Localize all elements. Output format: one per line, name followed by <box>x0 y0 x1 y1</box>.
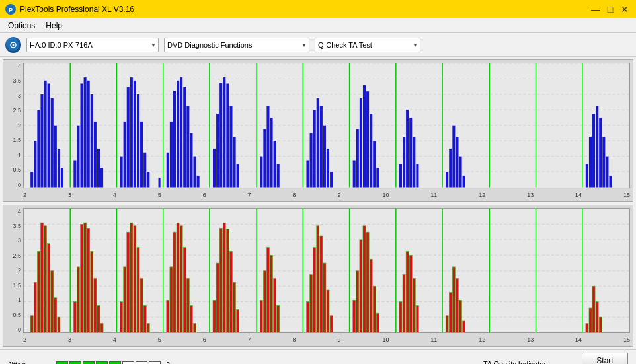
svg-rect-108 <box>413 137 415 187</box>
svg-rect-27 <box>30 172 33 187</box>
jitter-seg-8 <box>149 361 161 365</box>
drive-select-wrapper[interactable]: HA:0 ID:0 PX-716A <box>26 38 159 52</box>
svg-rect-120 <box>586 164 588 187</box>
svg-rect-76 <box>233 137 236 187</box>
menu-options[interactable]: Options <box>3 20 40 32</box>
ta-quality-label: TA Quality Indicator: <box>483 360 548 365</box>
titlebar-left: P PlexTools Professional XL V3.16 <box>5 4 134 15</box>
svg-rect-216 <box>360 239 362 332</box>
left-controls: Jitter: 3 Peak Shift: <box>8 361 450 365</box>
svg-rect-233 <box>456 278 458 332</box>
svg-rect-171 <box>127 232 130 332</box>
svg-rect-66 <box>190 133 192 187</box>
svg-rect-167 <box>100 323 103 332</box>
svg-rect-225 <box>406 251 409 332</box>
svg-rect-67 <box>193 157 196 188</box>
svg-rect-218 <box>366 232 369 332</box>
svg-rect-206 <box>310 274 313 332</box>
svg-rect-164 <box>91 251 93 332</box>
svg-rect-29 <box>37 110 40 187</box>
svg-rect-174 <box>137 247 139 332</box>
svg-rect-241 <box>592 286 595 332</box>
svg-rect-36 <box>61 168 63 187</box>
jitter-value: 3 <box>166 361 170 365</box>
svg-rect-228 <box>416 305 418 332</box>
svg-rect-209 <box>320 236 323 332</box>
svg-rect-68 <box>197 176 200 188</box>
jitter-seg-6 <box>122 361 134 365</box>
top-chart-y-axis: 4 3.5 3 2.5 2 1.5 1 0.5 0 <box>3 63 23 188</box>
svg-rect-149 <box>30 315 33 332</box>
top-chart-panel: 4 3.5 3 2.5 2 1.5 1 0.5 0 <box>3 59 633 202</box>
jitter-label: Jitter: <box>8 361 51 365</box>
start-button[interactable]: Start <box>582 353 628 365</box>
drive-select[interactable]: HA:0 ID:0 PX-716A <box>26 38 159 52</box>
svg-rect-203 <box>277 305 280 332</box>
toolbar-app-icon <box>5 37 21 53</box>
svg-rect-200 <box>266 247 269 332</box>
svg-rect-39 <box>77 126 79 188</box>
svg-rect-169 <box>120 301 123 332</box>
svg-rect-32 <box>48 83 50 187</box>
svg-rect-35 <box>58 149 60 188</box>
jitter-seg-7 <box>136 361 147 365</box>
svg-rect-159 <box>73 301 76 332</box>
svg-rect-165 <box>94 278 97 332</box>
svg-rect-89 <box>317 98 319 188</box>
svg-rect-116 <box>463 176 465 188</box>
top-chart-inner <box>23 63 630 188</box>
svg-rect-227 <box>413 278 415 332</box>
center-controls: TA Quality Indicator: Good <box>450 360 582 365</box>
svg-rect-208 <box>317 225 319 332</box>
svg-rect-43 <box>91 94 93 188</box>
svg-rect-44 <box>94 122 97 188</box>
svg-rect-161 <box>80 224 83 332</box>
svg-rect-176 <box>143 305 146 332</box>
svg-rect-84 <box>277 164 280 187</box>
svg-rect-217 <box>363 225 366 332</box>
minimize-button[interactable]: — <box>590 3 602 15</box>
toolbar: HA:0 ID:0 PX-716A DVD Diagnostic Functio… <box>0 33 636 57</box>
menu-help[interactable]: Help <box>40 20 67 32</box>
svg-rect-64 <box>183 87 186 187</box>
svg-rect-81 <box>266 106 269 187</box>
svg-rect-184 <box>183 247 186 332</box>
test-select[interactable]: Q-Check TA Test <box>315 38 420 52</box>
svg-rect-92 <box>327 149 329 188</box>
svg-rect-97 <box>360 98 362 188</box>
jitter-seg-1 <box>56 361 68 365</box>
svg-rect-59 <box>167 153 169 188</box>
svg-rect-210 <box>323 263 326 332</box>
svg-rect-114 <box>456 137 458 187</box>
svg-rect-153 <box>44 225 47 332</box>
svg-rect-231 <box>449 292 452 332</box>
svg-rect-219 <box>370 259 372 332</box>
svg-rect-101 <box>373 141 376 187</box>
close-button[interactable]: ✕ <box>619 3 631 15</box>
test-select-wrapper[interactable]: Q-Check TA Test <box>315 38 420 52</box>
svg-rect-220 <box>373 286 376 332</box>
maximize-button[interactable]: □ <box>604 3 616 15</box>
svg-rect-65 <box>186 106 189 187</box>
svg-rect-113 <box>452 126 455 188</box>
svg-rect-34 <box>54 126 57 188</box>
svg-rect-99 <box>366 91 369 187</box>
svg-rect-82 <box>270 118 273 187</box>
function-select-wrapper[interactable]: DVD Diagnostic Functions <box>164 38 309 52</box>
svg-rect-54 <box>140 122 143 188</box>
bottom-chart-panel: 4 3.5 3 2.5 2 1.5 1 0.5 0 <box>3 205 633 347</box>
svg-rect-53 <box>137 94 139 188</box>
top-chart-x-axis: 2 3 4 5 6 7 8 9 10 11 12 13 14 15 <box>23 188 630 201</box>
svg-rect-48 <box>120 157 123 188</box>
svg-rect-125 <box>602 137 605 187</box>
svg-rect-183 <box>180 225 182 332</box>
svg-rect-182 <box>177 223 179 332</box>
svg-rect-232 <box>452 266 455 332</box>
svg-rect-98 <box>363 85 366 188</box>
function-select[interactable]: DVD Diagnostic Functions <box>164 38 309 52</box>
svg-rect-91 <box>323 126 326 188</box>
svg-rect-235 <box>463 320 465 332</box>
svg-rect-214 <box>353 300 356 332</box>
bottom-chart-x-axis: 2 3 4 5 6 7 8 9 10 11 12 13 14 15 <box>23 333 630 346</box>
svg-rect-86 <box>306 160 309 187</box>
